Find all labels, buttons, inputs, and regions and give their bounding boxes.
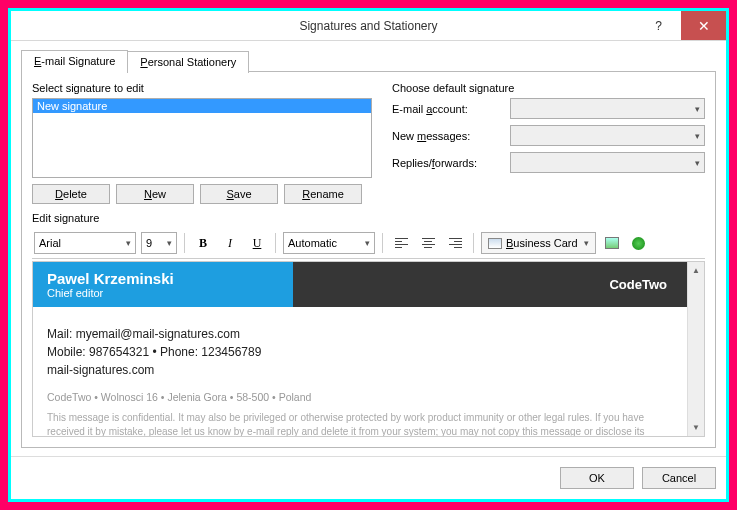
cancel-button[interactable]: Cancel	[642, 467, 716, 489]
chevron-down-icon: ▾	[365, 238, 370, 248]
top-row: Select signature to edit New signature D…	[32, 82, 705, 204]
tab-strip: E-mail Signature Personal Stationery	[21, 49, 716, 72]
titlebar: Signatures and Stationery ? ✕	[11, 11, 726, 41]
sig-brand: CodeTwo	[293, 262, 687, 307]
format-toolbar: Arial ▾ 9 ▾ B I U Automatic ▾	[32, 228, 705, 259]
signature-list[interactable]: New signature	[32, 98, 372, 178]
font-family-combo[interactable]: Arial ▾	[34, 232, 136, 254]
window-title: Signatures and Stationery	[101, 19, 636, 33]
bold-button[interactable]: B	[192, 232, 214, 254]
help-button[interactable]: ?	[636, 11, 681, 40]
insert-hyperlink-button[interactable]	[628, 232, 650, 254]
delete-button[interactable]: Delete	[32, 184, 110, 204]
chevron-down-icon: ▾	[695, 104, 700, 114]
email-account-label: E-mail account:	[392, 103, 502, 115]
email-account-combo[interactable]: ▾	[510, 98, 705, 119]
align-right-button[interactable]	[444, 232, 466, 254]
align-center-button[interactable]	[417, 232, 439, 254]
default-signature-group: Choose default signature E-mail account:…	[392, 82, 705, 204]
sig-address: CodeTwo • Wolnosci 16 • Jelenia Gora • 5…	[33, 387, 687, 407]
rename-button[interactable]: Rename	[284, 184, 362, 204]
scroll-up-icon[interactable]: ▲	[688, 262, 704, 279]
signature-list-item[interactable]: New signature	[33, 99, 371, 113]
separator	[382, 233, 383, 253]
scroll-track[interactable]	[688, 279, 704, 419]
globe-icon	[632, 237, 645, 250]
tab-email-signature[interactable]: E-mail Signature	[21, 50, 128, 72]
chevron-down-icon: ▾	[695, 131, 700, 141]
sig-phone: Mobile: 987654321 • Phone: 123456789	[47, 343, 673, 361]
align-left-button[interactable]	[390, 232, 412, 254]
sig-body: Mail: myemail@mail-signatures.com Mobile…	[33, 307, 687, 387]
new-messages-label: New messages:	[392, 130, 502, 142]
replies-forwards-label: Replies/forwards:	[392, 157, 502, 169]
align-left-icon	[395, 238, 408, 248]
scroll-down-icon[interactable]: ▼	[688, 419, 704, 436]
dialog-content: E-mail Signature Personal Stationery Sel…	[11, 41, 726, 456]
chevron-down-icon: ▾	[695, 158, 700, 168]
save-button[interactable]: Save	[200, 184, 278, 204]
insert-picture-button[interactable]	[601, 232, 623, 254]
sig-legal: This message is confidential. It may als…	[33, 407, 687, 436]
sig-site: mail-signatures.com	[47, 361, 673, 379]
sig-header: Pawel Krzeminski Chief editor CodeTwo	[33, 262, 687, 307]
business-card-button[interactable]: Business Card ▾	[481, 232, 596, 254]
new-messages-combo[interactable]: ▾	[510, 125, 705, 146]
select-signature-label: Select signature to edit	[32, 82, 372, 94]
separator	[473, 233, 474, 253]
edit-signature-label: Edit signature	[32, 212, 705, 224]
sig-name-block: Pawel Krzeminski Chief editor	[33, 262, 293, 307]
dialog-button-row: OK Cancel	[11, 456, 726, 499]
chevron-down-icon: ▾	[126, 238, 131, 248]
align-right-icon	[449, 238, 462, 248]
default-signature-label: Choose default signature	[392, 82, 705, 94]
chevron-down-icon: ▾	[584, 238, 589, 248]
signature-editor[interactable]: Pawel Krzeminski Chief editor CodeTwo Ma…	[33, 262, 687, 436]
dialog-window: Signatures and Stationery ? ✕ E-mail Sig…	[8, 8, 729, 502]
sig-mail: Mail: myemail@mail-signatures.com	[47, 325, 673, 343]
titlebar-controls: ? ✕	[636, 11, 726, 40]
underline-button[interactable]: U	[246, 232, 268, 254]
tab-personal-stationery[interactable]: Personal Stationery	[127, 51, 249, 73]
picture-icon	[605, 237, 619, 249]
sig-name: Pawel Krzeminski	[47, 270, 279, 287]
italic-button[interactable]: I	[219, 232, 241, 254]
replies-forwards-combo[interactable]: ▾	[510, 152, 705, 173]
separator	[275, 233, 276, 253]
signature-buttons: Delete New Save Rename	[32, 184, 372, 204]
ok-button[interactable]: OK	[560, 467, 634, 489]
font-size-combo[interactable]: 9 ▾	[141, 232, 177, 254]
chevron-down-icon: ▾	[167, 238, 172, 248]
align-center-icon	[422, 238, 435, 248]
editor-scrollbar[interactable]: ▲ ▼	[687, 262, 704, 436]
close-button[interactable]: ✕	[681, 11, 726, 40]
signature-editor-wrap: Pawel Krzeminski Chief editor CodeTwo Ma…	[32, 261, 705, 437]
business-card-icon	[488, 238, 502, 249]
new-button[interactable]: New	[116, 184, 194, 204]
sig-role: Chief editor	[47, 287, 279, 299]
tab-panel: Select signature to edit New signature D…	[21, 72, 716, 448]
separator	[184, 233, 185, 253]
select-signature-group: Select signature to edit New signature D…	[32, 82, 372, 204]
font-color-combo[interactable]: Automatic ▾	[283, 232, 375, 254]
